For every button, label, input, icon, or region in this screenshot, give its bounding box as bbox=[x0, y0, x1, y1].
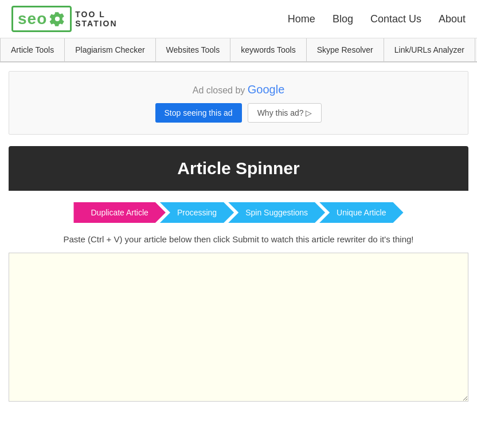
main-nav: Home Blog Contact Us About bbox=[288, 13, 466, 25]
ad-google-label: Google bbox=[248, 83, 285, 96]
tab-plagiarism-checker[interactable]: Plagiarism Checker bbox=[65, 38, 155, 61]
nav-contact[interactable]: Contact Us bbox=[370, 13, 421, 25]
step-spin-suggestions: Spin Suggestions bbox=[228, 202, 325, 223]
ad-closed-by-label: Ad closed by bbox=[193, 85, 245, 95]
tab-keywords-tools[interactable]: keywords Tools bbox=[230, 38, 306, 61]
tab-websites-tools[interactable]: Websites Tools bbox=[156, 38, 231, 61]
ad-box: Ad closed by Google Stop seeing this ad … bbox=[9, 71, 468, 135]
tab-link-urls-analyzer[interactable]: Link/URLs Analyzer bbox=[384, 38, 475, 61]
step-unique-article: Unique Article bbox=[319, 202, 403, 223]
step-duplicate-article: Duplicate Article bbox=[73, 202, 165, 223]
step-processing: Processing bbox=[160, 202, 234, 223]
logo-text: TOO L STATION bbox=[75, 10, 117, 28]
ad-closed-text: Ad closed by Google bbox=[21, 83, 456, 96]
logo-tool-text: TOO L bbox=[75, 10, 117, 19]
main-content: Ad closed by Google Stop seeing this ad … bbox=[0, 62, 477, 412]
why-this-ad-button[interactable]: Why this ad? ▷ bbox=[248, 103, 322, 123]
header: seo TOO L STATION Home Blog Contact Us A… bbox=[0, 0, 477, 38]
nav-bar: Article Tools Plagiarism Checker Website… bbox=[0, 38, 477, 62]
steps-bar: Duplicate Article Processing Spin Sugges… bbox=[73, 202, 403, 223]
tab-skype-resolver[interactable]: Skype Resolver bbox=[307, 38, 384, 61]
nav-home[interactable]: Home bbox=[288, 13, 315, 25]
spinner-title: Article Spinner bbox=[9, 146, 468, 191]
tab-article-tools[interactable]: Article Tools bbox=[0, 38, 65, 61]
logo-seo-text: seo bbox=[18, 10, 47, 28]
gear-icon bbox=[49, 11, 65, 27]
logo-box: seo bbox=[11, 6, 72, 32]
logo-area: seo TOO L STATION bbox=[11, 6, 118, 32]
instructions-text: Paste (Ctrl + V) your article below then… bbox=[9, 234, 468, 244]
logo-station-text: STATION bbox=[75, 19, 117, 28]
nav-blog[interactable]: Blog bbox=[333, 13, 353, 25]
ad-buttons: Stop seeing this ad Why this ad? ▷ bbox=[21, 103, 456, 123]
article-spinner-section: Article Spinner Duplicate Article Proces… bbox=[9, 146, 468, 404]
nav-about[interactable]: About bbox=[439, 13, 466, 25]
article-input[interactable] bbox=[9, 253, 468, 402]
stop-seeing-ad-button[interactable]: Stop seeing this ad bbox=[155, 103, 242, 123]
